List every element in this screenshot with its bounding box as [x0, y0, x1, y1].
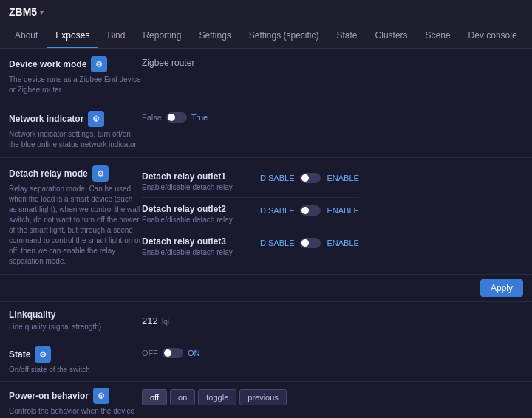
detach-relay-row: Detach relay mode ⚙ Relay separation mod… [0, 158, 532, 275]
outlet3-enable-label: ENABLE [327, 239, 358, 247]
app-title: ZBM5 [9, 6, 37, 18]
linkquality-row: Linkquality Line quality (signal strengt… [0, 302, 532, 340]
poweron1-btn-group: off on toggle previous [142, 389, 287, 405]
state1-toggle[interactable] [163, 348, 183, 358]
poweron1-desc: Controls the behavior when the device is… [9, 406, 142, 418]
network-indicator-left: Network indicator ⚙ Network indicator se… [9, 111, 142, 150]
tab-scene[interactable]: Scene [417, 24, 460, 48]
detach-outlet3-right: DISABLE ENABLE [260, 236, 359, 248]
detach-outlet2-row: Detach relay outlet2 Enable/disable deta… [142, 198, 359, 230]
device-work-mode-label: Device work mode [9, 59, 86, 69]
detach-outlet1-title: Detach relay outlet1 [142, 171, 260, 182]
poweron1-left: Power-on behavior ⚙ Controls the behavio… [9, 388, 142, 418]
gear-icon-2: ⚙ [92, 114, 100, 124]
state1-row: State ⚙ On/off state of the switch OFF O… [0, 340, 532, 382]
gear-icon-5: ⚙ [98, 391, 105, 401]
detach-relay-title-wrap: Detach relay mode ⚙ [9, 165, 142, 182]
state1-label: State [9, 349, 30, 360]
detach-outlet1-right: DISABLE ENABLE [260, 171, 359, 183]
tab-settings[interactable]: Settings [190, 24, 239, 48]
header: ZBM5 ▾ [0, 0, 532, 24]
state1-off-label: OFF [142, 349, 158, 357]
outlet2-enable-label: ENABLE [327, 206, 358, 215]
tab-dev-console[interactable]: Dev console [460, 24, 526, 48]
device-work-mode-right: Zigbee router [142, 56, 523, 68]
tab-reporting[interactable]: Reporting [134, 24, 190, 48]
network-indicator-label: Network indicator [9, 114, 83, 124]
outlet3-toggle[interactable] [300, 238, 321, 248]
outlet1-enable-label: ENABLE [327, 174, 358, 182]
network-indicator-desc: Network indicator settings, turn off/on … [9, 129, 142, 150]
network-indicator-toggle-wrap: False True [142, 112, 208, 123]
network-indicator-title-wrap: Network indicator ⚙ [9, 111, 142, 127]
main-content: Device work mode ⚙ The device runs as a … [0, 49, 532, 418]
apply-button[interactable]: Apply [480, 279, 523, 297]
poweron1-label: Power-on behavior [9, 391, 89, 401]
tab-clusters[interactable]: Clusters [366, 24, 417, 48]
network-indicator-toggle[interactable] [166, 112, 187, 123]
gear-icon: ⚙ [95, 60, 103, 69]
device-work-mode-title-wrap: Device work mode ⚙ [9, 56, 142, 72]
tab-exposes[interactable]: Exposes [47, 24, 98, 48]
poweron1-right: off on toggle previous [142, 388, 523, 405]
linkquality-unit: lqi [162, 318, 169, 326]
gear-icon-4: ⚙ [39, 350, 47, 360]
poweron1-title-wrap: Power-on behavior ⚙ [9, 388, 142, 404]
detach-relay-gear[interactable]: ⚙ [92, 165, 109, 182]
linkquality-value: 212 [142, 315, 158, 326]
detach-outlet2-desc: Enable/disable detach relay. [142, 216, 260, 224]
linkquality-left: Linkquality Line quality (signal strengt… [9, 309, 142, 332]
state1-on-label: ON [188, 349, 200, 357]
detach-outlet1-desc: Enable/disable detach relay. [142, 183, 260, 191]
nav-tabs: About Exposes Bind Reporting Settings Se… [0, 24, 532, 49]
detach-outlet2-left: Detach relay outlet2 Enable/disable deta… [142, 204, 260, 224]
tab-settings-specific[interactable]: Settings (specific) [240, 24, 328, 48]
network-indicator-gear[interactable]: ⚙ [88, 111, 104, 127]
detach-outlet3-title: Detach relay outlet3 [142, 236, 260, 247]
detach-outlet3-desc: Enable/disable detach relay. [142, 248, 260, 256]
network-true-label: True [191, 113, 208, 122]
detach-relay-label: Detach relay mode [9, 168, 88, 179]
poweron1-row: Power-on behavior ⚙ Controls the behavio… [0, 382, 532, 418]
detach-outlet3-row: Detach relay outlet3 Enable/disable deta… [142, 230, 359, 262]
linkquality-value-wrap: 212 lqi [142, 315, 169, 326]
state1-title-wrap: State ⚙ [9, 346, 142, 363]
detach-relay-left: Detach relay mode ⚙ Relay separation mod… [9, 165, 142, 267]
poweron1-btn-off[interactable]: off [142, 389, 167, 405]
gear-icon-3: ⚙ [97, 169, 104, 179]
state1-gear[interactable]: ⚙ [35, 346, 51, 363]
device-work-mode-row: Device work mode ⚙ The device runs as a … [0, 49, 532, 103]
header-dropdown-icon[interactable]: ▾ [40, 8, 44, 16]
tab-about[interactable]: About [6, 24, 47, 48]
network-false-label: False [142, 113, 162, 122]
poweron1-btn-previous[interactable]: previous [239, 389, 287, 405]
detach-outlet1-row: Detach relay outlet1 Enable/disable deta… [142, 165, 359, 198]
outlet2-disable-label: DISABLE [260, 206, 294, 215]
zigbee-router-value: Zigbee router [142, 58, 194, 68]
outlet1-disable-label: DISABLE [260, 174, 294, 182]
linkquality-desc: Line quality (signal strength) [9, 322, 142, 332]
tab-state[interactable]: State [328, 24, 366, 48]
poweron1-gear[interactable]: ⚙ [93, 388, 109, 404]
state1-desc: On/off state of the switch [9, 365, 142, 375]
apply-row: Apply [0, 275, 532, 302]
network-indicator-right: False True [142, 111, 523, 123]
linkquality-title: Linkquality [9, 309, 142, 320]
detach-outlet3-left: Detach relay outlet3 Enable/disable deta… [142, 236, 260, 256]
outlet3-disable-label: DISABLE [260, 239, 294, 247]
network-indicator-row: Network indicator ⚙ Network indicator se… [0, 103, 532, 158]
detach-outlet2-title: Detach relay outlet2 [142, 204, 260, 214]
device-work-mode-left: Device work mode ⚙ The device runs as a … [9, 56, 142, 95]
detach-outlet2-right: DISABLE ENABLE [260, 204, 359, 216]
detach-outlets: Detach relay outlet1 Enable/disable deta… [142, 165, 523, 262]
detach-relay-desc: Relay separation mode. Can be used when … [9, 184, 142, 267]
outlet2-toggle[interactable] [300, 205, 321, 216]
state1-left: State ⚙ On/off state of the switch [9, 346, 142, 375]
poweron1-btn-toggle[interactable]: toggle [198, 389, 236, 405]
tab-bind[interactable]: Bind [98, 24, 134, 48]
device-work-mode-desc: The device runs as a Zigbee End device o… [9, 75, 142, 95]
poweron1-btn-on[interactable]: on [170, 389, 195, 405]
device-work-mode-gear[interactable]: ⚙ [91, 56, 107, 72]
detach-outlet1-left: Detach relay outlet1 Enable/disable deta… [142, 171, 260, 191]
outlet1-toggle[interactable] [300, 173, 321, 183]
